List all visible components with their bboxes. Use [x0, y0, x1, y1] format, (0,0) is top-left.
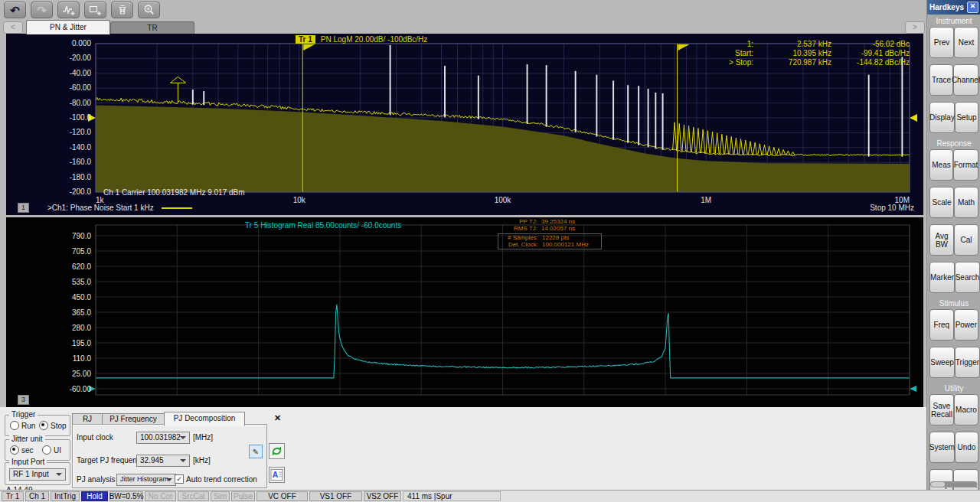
status-hold[interactable]: Hold: [81, 491, 108, 501]
hardkey-cal[interactable]: Cal: [954, 224, 978, 256]
undo-icon: ↶: [10, 5, 20, 16]
scrollbar-thumb[interactable]: [931, 482, 945, 487]
hardkeys-section-title: Utility: [927, 384, 980, 393]
hardkey-trigger[interactable]: Trigger: [955, 347, 980, 378]
trigger-stop-radio[interactable]: Stop: [39, 421, 67, 430]
pj-dialog: RJ PJ Frequency PJ Decomposition ✕ Input…: [70, 412, 289, 488]
input-port-legend: Input Port: [9, 458, 47, 466]
report-button[interactable]: A: [269, 467, 285, 483]
pn-y-tick-label: -80.00: [51, 99, 91, 107]
hardkey-trace[interactable]: Trace: [929, 64, 953, 96]
tab-pj-decomposition[interactable]: PJ Decomposition: [164, 412, 245, 426]
hist-y-tick-label: 365.0: [51, 308, 91, 317]
status-bw-0-5[interactable]: BW=0.5%: [109, 491, 143, 501]
hardkeys-row: Avg BWCal: [927, 224, 980, 256]
hardkey-channel[interactable]: Channel: [953, 64, 978, 96]
trigger-run-radio[interactable]: Run: [10, 421, 35, 430]
pn-start-label: >Ch1: Phase Noise Start 1 kHz: [47, 204, 154, 212]
toolbar: ↶ ↷: [4, 2, 160, 18]
hardkey-avg-bw[interactable]: Avg BW: [929, 224, 954, 256]
hardkeys-section-title: Stimulus: [927, 299, 980, 308]
input-port-select[interactable]: RF 1 Input: [9, 468, 66, 481]
hardkey-power[interactable]: Power: [954, 309, 978, 341]
hardkey-sweep[interactable]: Sweep: [929, 347, 955, 378]
pn-y-tick-label: -140.0: [51, 143, 91, 152]
hist-y-tick-label: 620.0: [51, 262, 91, 271]
status-inttrig[interactable]: IntTrig: [51, 491, 80, 501]
hardkeys-scrollbar[interactable]: [930, 481, 977, 487]
auto-trend-checkbox[interactable]: ✓: [175, 474, 184, 484]
hardkey-setup[interactable]: Setup: [955, 102, 978, 133]
jitter-unit-ui-radio[interactable]: UI: [42, 445, 61, 455]
close-icon: ✕: [274, 413, 281, 422]
pn-diagram[interactable]: Tr 1 PN LogM 20.00dB/ -100dBc/Hz 0.000-2…: [6, 34, 923, 215]
hardkey-scale[interactable]: Scale: [929, 187, 954, 218]
pn-header: Tr 1 PN LogM 20.00dB/ -100dBc/Hz: [296, 34, 427, 44]
undo-button[interactable]: ↶: [4, 2, 26, 18]
jitter-unit-sec-radio[interactable]: sec: [10, 445, 34, 455]
hardkey-format[interactable]: Format: [953, 149, 978, 181]
add-trace-icon: [62, 4, 75, 16]
input-clock-combo[interactable]: 100.031982: [136, 432, 190, 444]
hardkey-system[interactable]: System: [929, 432, 955, 463]
status-ch-1[interactable]: Ch 1: [25, 491, 49, 501]
hardkey-save-recall[interactable]: Save Recall: [929, 394, 954, 425]
pj-analysis-combo[interactable]: Jitter Histogram: [116, 474, 176, 486]
marker-readout-row: > Stop:720.987 kHz-144.82 dBc/Hz: [711, 58, 910, 67]
hardkey-freq[interactable]: Freq: [929, 309, 954, 341]
target-pj-combo[interactable]: 32.945: [136, 455, 190, 467]
add-diagram-button[interactable]: [84, 2, 106, 18]
refresh-button[interactable]: [269, 443, 285, 459]
status-vc-off[interactable]: VC OFF: [256, 491, 308, 501]
hardkey-macro[interactable]: Macro: [954, 394, 978, 425]
jitter-info-top: PP TJ:39.25324 nsRMS TJ:14.02057 ns: [498, 219, 602, 232]
hardkey-display[interactable]: Display: [929, 102, 955, 133]
tab-scroll-right-button[interactable]: >: [905, 21, 925, 34]
status-pulse: Pulse: [231, 491, 255, 501]
window1-badge[interactable]: 1: [18, 203, 29, 213]
pn-x-tick-label: 100k: [495, 196, 511, 204]
tab-pn-jitter[interactable]: PN & Jitter: [26, 20, 110, 34]
hardkey-marker[interactable]: Marker: [929, 262, 955, 293]
jitter-info-box: # Samples:12228 ptsDet. Clock:100.000121…: [498, 233, 602, 249]
hist-y-tick-label: -60.00: [51, 385, 91, 393]
pn-y-tick-label: -20.00: [51, 54, 91, 62]
tab-scroll-left-button[interactable]: <: [3, 21, 23, 34]
edit-button[interactable]: ✎: [249, 445, 263, 458]
input-clock-label: Input clock: [77, 433, 113, 442]
auto-trend-label: Auto trend correction: [186, 475, 257, 484]
jitter-info-row: Det. Clock:100.000121 MHz: [498, 242, 601, 249]
redo-button[interactable]: ↷: [31, 2, 53, 18]
tab-tr[interactable]: TR: [110, 21, 194, 34]
hardkeys-panel: Hardkeys ✕ InstrumentPrevNextTraceChanne…: [926, 0, 980, 490]
dialog-close-button[interactable]: ✕: [273, 413, 283, 423]
measurement-screen: Tr 1 PN LogM 20.00dB/ -100dBc/Hz 0.000-2…: [6, 34, 923, 407]
delete-button[interactable]: [111, 2, 133, 18]
hardkey-undo[interactable]: Undo: [955, 432, 978, 463]
window3-badge[interactable]: 3: [18, 395, 29, 405]
status-vs1-off[interactable]: VS1 OFF: [309, 491, 362, 501]
status-tr-1[interactable]: Tr 1: [2, 491, 24, 501]
trace-color-swatch: [162, 207, 192, 209]
close-icon: ✕: [970, 2, 976, 10]
add-diagram-icon: [89, 4, 102, 16]
jitter-unit-legend: Jitter unit: [9, 435, 45, 443]
tab-strip: < PN & Jitter TR >: [3, 20, 923, 34]
hardkey-prev[interactable]: Prev: [929, 27, 954, 58]
hardkey-search[interactable]: Search: [955, 262, 980, 293]
hardkey-next[interactable]: Next: [954, 27, 978, 58]
status-vs2-off[interactable]: VS2 OFF: [364, 491, 401, 501]
hardkeys-close-button[interactable]: ✕: [967, 2, 978, 13]
histogram-diagram[interactable]: Tr 5 Histogram Real 85.00counts/ -60.0co…: [6, 217, 923, 407]
hardkey-meas[interactable]: Meas: [929, 149, 953, 181]
hardkeys-row: ScaleMath: [927, 187, 980, 218]
pn-y-tick-label: -200.0: [51, 187, 91, 196]
hardkeys-row: SweepTrigger: [927, 347, 980, 378]
svg-text:A: A: [273, 471, 279, 479]
add-trace-button[interactable]: [57, 2, 80, 18]
marker-readout-value: -99.41 dBc/Hz: [831, 49, 910, 58]
jitter-info-label: RMS TJ:: [498, 226, 541, 233]
hardkey-math[interactable]: Math: [954, 187, 978, 218]
marker-readout: 1:2.537 kHz-56.02 dBcStart:10.395 kHz-99…: [711, 40, 910, 67]
zoom-button[interactable]: [138, 2, 160, 18]
